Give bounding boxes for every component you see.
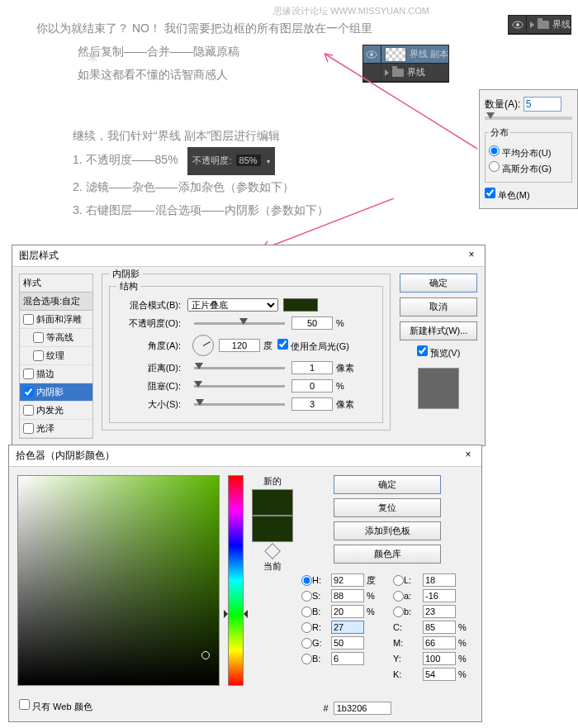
- bc-radio[interactable]: [301, 654, 312, 664]
- dialog-titlebar[interactable]: 图层样式 ×: [12, 245, 485, 267]
- dialog-titlebar[interactable]: 拾色器（内阴影颜色） ×: [9, 445, 481, 467]
- g-input[interactable]: [331, 636, 364, 649]
- style-item-stroke[interactable]: 描边: [20, 365, 92, 383]
- opacity-widget[interactable]: 不透明度: 85% ▾: [187, 147, 274, 175]
- reset-button[interactable]: 复位: [334, 498, 441, 517]
- b-input[interactable]: [331, 605, 364, 618]
- g-radio[interactable]: [301, 638, 312, 649]
- sparkle-icon: [78, 47, 96, 65]
- l-radio[interactable]: [393, 575, 404, 586]
- size-input[interactable]: [291, 397, 333, 411]
- b-row: B:%: [301, 605, 381, 618]
- preview-checkbox[interactable]: 预览(V): [417, 345, 461, 359]
- dist-uniform[interactable]: 平均分布(U): [489, 145, 568, 159]
- style-item-contour[interactable]: 等高线: [20, 329, 92, 347]
- layer-name: 界线: [552, 18, 571, 31]
- h-radio[interactable]: [301, 575, 312, 586]
- blend-mode-select[interactable]: 正片叠底: [187, 298, 278, 312]
- layer-style-dialog: 图层样式 × 样式 混合选项:自定 斜面和浮雕 等高线 纹理 描边 内阴影 内发…: [12, 245, 486, 446]
- noise-amount-input[interactable]: [524, 97, 561, 112]
- cube-icon[interactable]: [267, 545, 278, 557]
- noise-amount-slider[interactable]: [485, 117, 572, 120]
- visibility-eye-icon[interactable]: [509, 16, 527, 34]
- hex-row: #: [324, 702, 391, 715]
- choke-slider[interactable]: [194, 385, 285, 388]
- ok-button[interactable]: 确定: [400, 274, 477, 293]
- style-item-innerglow[interactable]: 内发光: [20, 402, 92, 420]
- new-color-swatch: [252, 489, 293, 516]
- distance-input[interactable]: [291, 361, 333, 374]
- color-picker-dialog: 拾色器（内阴影颜色） × 新的 当前 确定 复位 添加到色板 颜色库 H:度 L…: [8, 445, 482, 722]
- blend-options[interactable]: 混合选项:自定: [20, 293, 92, 311]
- color-lib-button[interactable]: 颜色库: [334, 545, 441, 564]
- style-item-satin[interactable]: 光泽: [20, 420, 92, 438]
- preview-swatch: [418, 368, 459, 409]
- l-input[interactable]: [423, 573, 456, 587]
- new-style-button[interactable]: 新建样式(W)...: [400, 321, 477, 340]
- mono-checkbox[interactable]: 单色(M): [485, 190, 530, 200]
- arrow-annotation-icon: [320, 50, 486, 182]
- style-item-bevel[interactable]: 斜面和浮雕: [20, 311, 92, 329]
- distribution-fieldset: 分布 平均分布(U) 高斯分布(G): [485, 126, 572, 183]
- style-item-texture[interactable]: 纹理: [20, 347, 92, 365]
- angle-input[interactable]: [219, 339, 260, 352]
- a-input[interactable]: [423, 589, 456, 602]
- r-radio[interactable]: [301, 622, 312, 633]
- color-picker-cursor-icon: [201, 651, 210, 659]
- opacity-slider[interactable]: [194, 322, 285, 325]
- a-row: a:: [393, 589, 473, 602]
- expand-triangle-icon[interactable]: [530, 21, 534, 28]
- g-row: G:: [301, 636, 381, 649]
- bc-row: B:: [301, 652, 381, 665]
- k-input[interactable]: [423, 668, 456, 681]
- lab-b-input[interactable]: [423, 605, 456, 618]
- dist-gaussian[interactable]: 高斯分布(G): [489, 161, 568, 175]
- cancel-button[interactable]: 取消: [400, 297, 477, 316]
- web-only-checkbox[interactable]: 只有 Web 颜色: [19, 699, 92, 713]
- shadow-color-swatch[interactable]: [283, 298, 318, 312]
- add-noise-panel: 数量(A): 分布 平均分布(U) 高斯分布(G) 单色(M): [479, 89, 578, 209]
- r-input[interactable]: [331, 621, 364, 634]
- bc-input[interactable]: [331, 652, 364, 665]
- size-slider[interactable]: [194, 403, 285, 406]
- angle-dial[interactable]: [192, 335, 214, 356]
- choke-input[interactable]: [291, 379, 333, 393]
- global-light-checkbox[interactable]: 使用全局光(G): [277, 339, 349, 353]
- color-field[interactable]: [17, 475, 220, 686]
- m-row: M:%: [393, 636, 473, 649]
- s-radio[interactable]: [301, 591, 312, 602]
- layers-panel-top: 界线: [508, 15, 571, 35]
- inst-line0: 继续，我们针对“界线 副本”图层进行编辑: [73, 124, 329, 147]
- inner-shadow-section: 内阴影 结构 混合模式(B): 正片叠底 不透明度(O): %: [102, 274, 391, 431]
- m-input[interactable]: [423, 636, 456, 649]
- c-input[interactable]: [423, 621, 456, 634]
- distance-slider[interactable]: [194, 367, 285, 369]
- noise-amount-row: 数量(A):: [485, 97, 572, 112]
- style-item-innershadow[interactable]: 内阴影: [20, 383, 92, 402]
- close-button[interactable]: ×: [462, 449, 475, 463]
- b-radio[interactable]: [301, 607, 312, 617]
- ok-button[interactable]: 确定: [334, 475, 441, 494]
- close-button[interactable]: ×: [465, 249, 478, 263]
- opacity-input[interactable]: [291, 316, 333, 330]
- watermark: 思缘设计论坛 WWW.MISSYUAN.COM: [273, 5, 429, 17]
- add-swatch-button[interactable]: 添加到色板: [334, 521, 441, 540]
- lab-b-row: b:: [393, 605, 473, 618]
- lab-b-radio[interactable]: [393, 607, 404, 617]
- style-header[interactable]: 样式: [20, 274, 92, 293]
- h-input[interactable]: [331, 573, 364, 587]
- dropdown-icon[interactable]: ▾: [267, 158, 270, 165]
- inst-line2: 2. 滤镜——杂色——添加杂色（参数如下）: [73, 175, 329, 198]
- s-input[interactable]: [331, 589, 364, 602]
- folder-icon: [538, 21, 549, 29]
- layer-row[interactable]: 界线: [509, 16, 571, 34]
- s-row: S:%: [301, 589, 381, 602]
- k-row: K:%: [393, 668, 473, 681]
- current-color-swatch[interactable]: [252, 516, 293, 542]
- c-row: C:%: [393, 621, 473, 634]
- hex-input[interactable]: [334, 702, 391, 715]
- y-input[interactable]: [423, 652, 456, 665]
- a-radio[interactable]: [393, 591, 404, 602]
- hue-slider[interactable]: [228, 475, 244, 686]
- y-row: Y:%: [393, 652, 473, 665]
